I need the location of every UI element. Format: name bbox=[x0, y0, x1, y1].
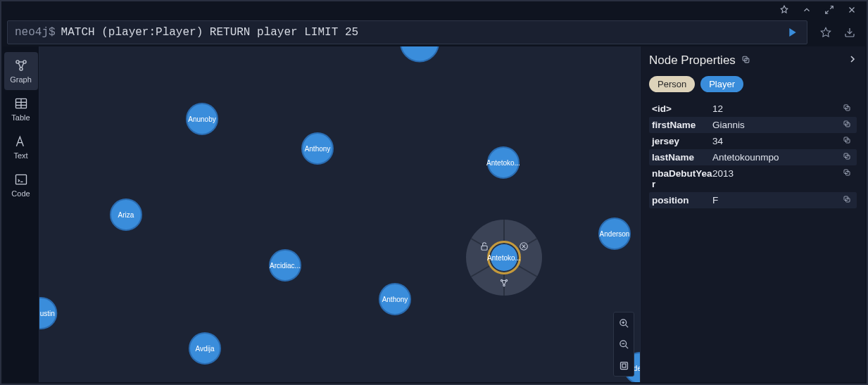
node-context-menu[interactable]: Antetoko... bbox=[466, 220, 542, 296]
dismiss-icon[interactable] bbox=[518, 241, 529, 252]
property-row: lastNameAntetokounmpo bbox=[649, 149, 857, 165]
svg-rect-18 bbox=[15, 175, 26, 184]
node-properties-panel: Node Properties PersonPlayer <id>12first… bbox=[640, 46, 865, 382]
query-input[interactable]: neo4j$ MATCH (player:Player) RETURN play… bbox=[7, 20, 807, 44]
tab-code[interactable]: Code bbox=[4, 166, 38, 204]
graph-node[interactable]: Antetoko... bbox=[487, 146, 520, 179]
copy-icon[interactable] bbox=[843, 168, 854, 179]
zoom-out-button[interactable] bbox=[614, 334, 634, 355]
tab-table[interactable]: Table bbox=[4, 90, 38, 128]
tab-text[interactable]: Text bbox=[4, 128, 38, 166]
copy-icon[interactable] bbox=[843, 120, 854, 130]
expand-relations-icon[interactable] bbox=[498, 277, 510, 289]
graph-canvas[interactable]: AndersonAugustinCousinsAvdijaAnthonyArci… bbox=[39, 46, 640, 382]
download-icon[interactable] bbox=[844, 27, 855, 38]
svg-line-11 bbox=[21, 63, 23, 68]
svg-marker-4 bbox=[789, 28, 795, 37]
svg-rect-37 bbox=[620, 362, 627, 369]
properties-table: <id>12firstNameGiannisjersey34lastNameAn… bbox=[649, 101, 857, 208]
query-text: MATCH (player:Player) RETURN player LIMI… bbox=[61, 26, 783, 39]
graph-node[interactable]: Anderson bbox=[598, 217, 631, 250]
copy-icon[interactable] bbox=[843, 152, 854, 163]
copy-icon[interactable] bbox=[843, 195, 854, 206]
property-value: 2013 bbox=[712, 168, 843, 179]
panel-title: Node Properties bbox=[649, 53, 857, 68]
zoom-fit-button[interactable] bbox=[614, 355, 634, 376]
property-value: F bbox=[712, 195, 843, 206]
favorite-icon[interactable] bbox=[820, 27, 831, 38]
query-prompt: neo4j$ bbox=[15, 26, 56, 39]
expand-icon[interactable] bbox=[824, 5, 834, 15]
pin-icon[interactable] bbox=[779, 5, 789, 15]
svg-rect-38 bbox=[622, 364, 626, 367]
graph-node[interactable]: Ariza bbox=[110, 198, 142, 231]
graph-node[interactable]: Anthony bbox=[379, 283, 411, 315]
property-key: jersey bbox=[652, 136, 712, 146]
graph-node[interactable]: Arcidiac... bbox=[269, 249, 301, 282]
label-chip-person[interactable]: Person bbox=[649, 76, 695, 92]
close-icon[interactable] bbox=[847, 5, 857, 15]
query-bar: neo4j$ MATCH (player:Player) RETURN play… bbox=[1, 18, 867, 46]
copy-all-icon[interactable] bbox=[741, 55, 750, 66]
zoom-in-button[interactable] bbox=[614, 313, 634, 334]
copy-icon[interactable] bbox=[843, 136, 854, 146]
caret-up-icon[interactable] bbox=[802, 5, 812, 15]
chevron-right-icon[interactable] bbox=[847, 53, 858, 68]
graph-node[interactable]: Augustin bbox=[39, 297, 57, 329]
property-key: position bbox=[652, 195, 712, 206]
svg-line-31 bbox=[625, 324, 628, 327]
property-value: 34 bbox=[712, 136, 843, 146]
label-chips: PersonPlayer bbox=[649, 76, 857, 92]
label-chip-player[interactable]: Player bbox=[700, 76, 743, 92]
property-row: positionF bbox=[649, 192, 857, 208]
property-key: firstName bbox=[652, 120, 712, 130]
property-key: nbaDebutYear bbox=[652, 168, 712, 189]
graph-node[interactable]: Avdija bbox=[189, 332, 221, 365]
query-actions bbox=[812, 27, 860, 38]
property-row: jersey34 bbox=[649, 133, 857, 149]
window-controls bbox=[1, 1, 867, 18]
graph-node-selected[interactable]: Antetoko... bbox=[487, 241, 521, 274]
copy-icon[interactable] bbox=[843, 103, 854, 114]
view-mode-sidebar: Graph Table Text Code bbox=[3, 46, 39, 382]
run-button[interactable] bbox=[783, 23, 803, 42]
property-row: <id>12 bbox=[649, 101, 857, 117]
svg-line-0 bbox=[830, 6, 833, 9]
tab-label: Code bbox=[11, 189, 30, 198]
svg-line-27 bbox=[502, 281, 503, 284]
property-value: 12 bbox=[712, 103, 843, 114]
property-key: <id> bbox=[652, 103, 712, 114]
svg-point-26 bbox=[503, 284, 505, 286]
node-label: Antetoko... bbox=[487, 254, 521, 262]
svg-marker-5 bbox=[821, 27, 830, 37]
svg-line-10 bbox=[18, 63, 20, 68]
property-value: Antetokounmpo bbox=[712, 152, 843, 163]
tab-label: Table bbox=[11, 113, 30, 122]
tab-graph[interactable]: Graph bbox=[4, 52, 38, 90]
property-value: Giannis bbox=[712, 120, 843, 130]
property-row: firstNameGiannis bbox=[649, 117, 857, 133]
svg-rect-20 bbox=[482, 246, 487, 250]
svg-line-35 bbox=[625, 346, 628, 348]
tab-label: Text bbox=[13, 151, 27, 160]
graph-node[interactable] bbox=[400, 46, 439, 62]
graph-node[interactable]: Anunoby bbox=[186, 103, 218, 135]
graph-node[interactable]: Anthony bbox=[301, 132, 334, 165]
property-row: nbaDebutYear2013 bbox=[649, 165, 857, 192]
tab-label: Graph bbox=[10, 75, 32, 84]
zoom-controls bbox=[613, 312, 634, 377]
property-key: lastName bbox=[652, 152, 712, 163]
svg-line-1 bbox=[826, 11, 829, 13]
svg-line-28 bbox=[505, 281, 506, 284]
